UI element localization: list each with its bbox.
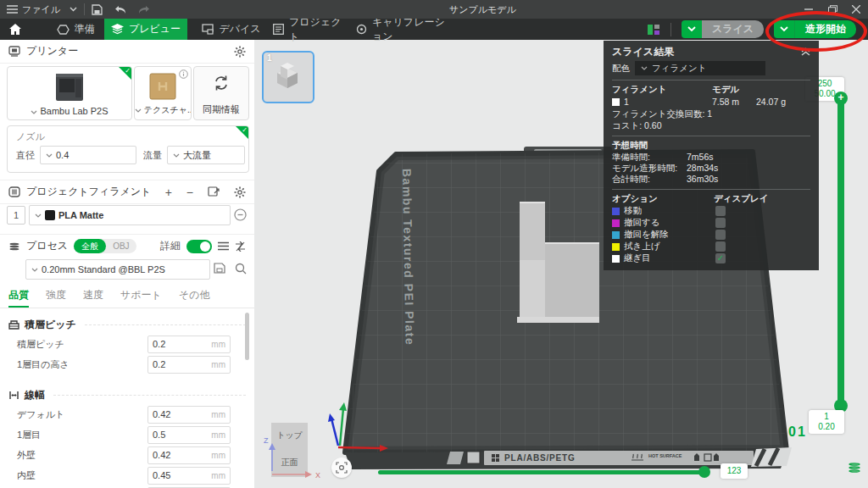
slice-dropdown-button[interactable] [682,20,702,38]
tab-others[interactable]: その他 [179,288,210,308]
filament-icon [8,186,20,197]
tab-home[interactable] [0,19,31,40]
option-row-travel: 移動 ✓ [612,205,810,217]
display-title: ディスプレイ [714,193,768,205]
printer-settings-gear-icon[interactable] [234,46,246,58]
advanced-toggle[interactable] [186,240,212,253]
scope-global[interactable]: 全般 [74,239,106,253]
advanced-label: 詳細 [160,239,181,253]
filament-select[interactable]: PLA Matte [29,205,231,225]
color-scheme-select[interactable]: フィラメント [635,61,765,75]
svg-text:PLA/ABS/PETG: PLA/ABS/PETG [504,453,576,463]
option-checkbox[interactable]: ✓ [715,230,726,240]
options-title: オプション [612,193,714,205]
layout-split-icon[interactable] [647,23,660,36]
option-checkbox[interactable]: ✓ [715,218,726,228]
process-tabs: 品質 強度 速度 サポート その他 [8,288,209,308]
process-scope-switch[interactable]: 全般 OBJ [74,239,136,253]
preview-layers-icon [111,24,124,35]
cost: コスト: 0.60 [612,119,810,131]
project-icon [273,24,284,35]
col-model: モデル [712,84,739,96]
file-menu[interactable]: ファイル [22,3,60,16]
search-preset-icon[interactable] [235,263,247,274]
layer-slider-top-handle[interactable]: + [834,92,848,105]
param-input[interactable]: 0.5mm [147,426,231,444]
tab-calibration[interactable]: キャリブレーション [356,19,451,40]
param-input[interactable]: 0.2mm [147,356,231,374]
param-input[interactable]: 0.42mm [147,446,231,464]
filament-settings-gear-icon[interactable] [234,186,246,198]
view-cube-axes: Z X [259,431,324,482]
tab-device[interactable]: デバイス [197,19,266,40]
viewport-3d[interactable]: Bambu Textured PEI Plate PLA/ABS/PETG HO… [254,40,868,488]
nozzle-diameter-select[interactable]: 0.4 [40,146,136,164]
layers-stack-icon[interactable] [848,462,861,474]
move-slider-track[interactable] [378,470,705,474]
remove-filament-button[interactable]: − [186,186,193,199]
save-icon[interactable] [92,4,103,15]
plate-thumbnail[interactable]: 1 [262,51,314,103]
process-preset-select[interactable]: 0.20mm Standard @BBL P2S [25,259,210,280]
plate-type-name[interactable]: テクスチャ... [144,105,191,114]
hamburger-menu-icon[interactable] [7,5,18,14]
nozzle-label: ノズル [16,130,45,143]
minimize-button[interactable] [797,0,821,19]
sync-icon [213,75,230,92]
param-row: 外壁0.42mm [17,445,246,465]
calibration-icon [356,24,367,35]
chevron-down-icon[interactable] [70,7,77,12]
layer-height-icon [8,320,19,330]
param-input[interactable]: 0.2mm [147,336,231,353]
tab-support[interactable]: サポート [120,288,162,308]
printer-name[interactable]: Bambu Lab P2S [40,106,108,116]
nozzle-synced-badge [236,126,248,139]
slice-button[interactable]: スライス [702,20,764,38]
close-button[interactable] [844,0,868,19]
remove-slot-icon[interactable] [234,208,247,221]
plate-card[interactable]: テクスチャ... [134,66,192,120]
time-row: 準備時間:7m56s [612,152,810,163]
sync-card[interactable]: 同期情報 [193,66,249,120]
tab-project[interactable]: プロジェクト [273,19,351,40]
layer-slider-track[interactable] [837,99,844,406]
printer-synced-badge [119,67,131,80]
info-icon[interactable] [179,69,188,79]
param-list-icon[interactable] [218,241,229,251]
nozzle-flow-select[interactable]: 大流量 [167,146,245,164]
compare-preset-icon[interactable] [235,241,246,252]
tab-prepare[interactable]: 準備 [47,19,103,40]
filament-change-count: フィラメント交換回数: 1 [612,108,810,119]
option-row-seam: 継ぎ目 ✓ [612,252,810,264]
maximize-button[interactable] [821,0,844,19]
plate-image [149,72,176,101]
param-input[interactable]: 0.45mm [147,467,231,485]
move-slider-handle[interactable] [698,466,710,478]
printer-card[interactable]: Bambu Lab P2S [7,66,132,120]
add-filament-button[interactable]: + [165,186,172,199]
redo-icon[interactable] [138,5,150,14]
option-checkbox[interactable]: ✓ [715,253,726,263]
save-preset-icon[interactable] [214,263,225,274]
tab-quality[interactable]: 品質 [8,288,29,308]
tab-preview[interactable]: プレビュー [104,19,187,40]
export-filament-icon[interactable] [208,186,220,197]
tab-speed[interactable]: 速度 [83,288,103,308]
sidebar-scrollbar[interactable] [245,313,249,360]
filament-slot-index: 1 [7,206,25,225]
printer-icon [8,46,20,57]
filament-section-header: プロジェクトフィラメント + − [0,180,254,204]
orbit-reset-button[interactable] [331,458,352,478]
print-dropdown-button[interactable] [774,20,794,38]
sync-label: 同期情報 [194,103,248,116]
filament-usage-row: 1 7.58 m 24.07 g [612,96,810,108]
option-checkbox[interactable]: ✓ [715,241,726,252]
tab-strength[interactable]: 強度 [46,288,66,308]
print-button[interactable]: 造形開始 [794,20,856,38]
param-row: 積層ピッチ0.2mm [17,334,246,354]
option-checkbox[interactable]: ✓ [715,206,726,216]
undo-icon[interactable] [114,5,126,14]
param-input[interactable]: 0.42mm [147,406,231,424]
collapse-panel-icon[interactable] [801,47,810,56]
scope-objects[interactable]: OBJ [106,241,136,251]
